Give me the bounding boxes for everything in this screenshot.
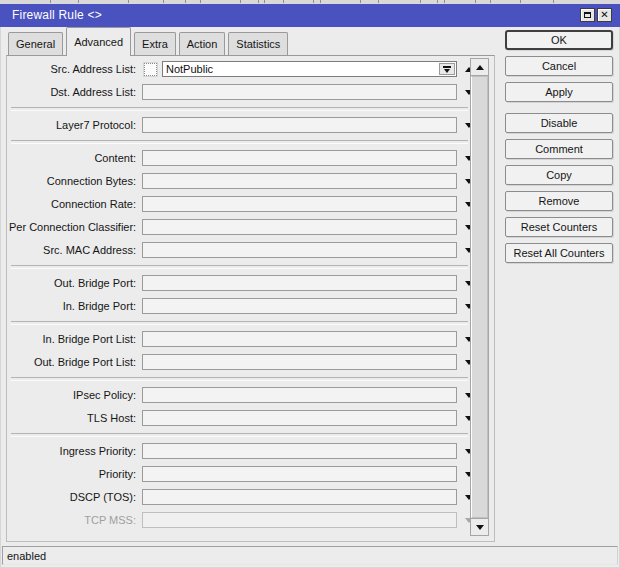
src-address-list-row: Src. Address List:: [9, 61, 494, 77]
content-row: Content:: [9, 150, 494, 166]
in-bridge-port-list-row: In. Bridge Port List:: [9, 331, 494, 347]
tab-bar: GeneralAdvancedExtraActionStatistics: [8, 27, 291, 56]
background-tick: [200, 0, 201, 3]
status-text: enabled: [7, 550, 46, 562]
group-separator: [11, 265, 468, 269]
ipsec-policy-label: IPsec Policy:: [9, 389, 142, 401]
copy-button[interactable]: Copy: [505, 165, 613, 185]
tab-general[interactable]: General: [8, 32, 63, 55]
dst-address-list-label: Dst. Address List:: [9, 86, 142, 98]
out-bridge-port-list-field[interactable]: [142, 354, 457, 370]
ipsec-policy-field[interactable]: [142, 387, 457, 403]
dst-address-list-field[interactable]: [142, 84, 457, 100]
src-address-list-field[interactable]: [162, 61, 457, 77]
in-bridge-port-label: In. Bridge Port:: [9, 300, 142, 312]
down-triangle-icon: [476, 525, 484, 530]
disable-button[interactable]: Disable: [505, 113, 613, 133]
per-connection-classifier-row: Per Connection Classifier:: [9, 219, 494, 235]
comment-button[interactable]: Comment: [505, 139, 613, 159]
src-address-list-input[interactable]: [163, 62, 441, 76]
scrollbar-up-button[interactable]: [471, 59, 488, 76]
vertical-scrollbar[interactable]: [470, 58, 489, 536]
tab-statistics[interactable]: Statistics: [228, 32, 288, 55]
dropdown-overbar-icon: [443, 66, 451, 68]
per-connection-classifier-label: Per Connection Classifier:: [9, 221, 142, 233]
in-bridge-port-field[interactable]: [142, 298, 457, 314]
src-mac-address-row: Src. MAC Address:: [9, 242, 494, 258]
background-tick: [360, 0, 361, 3]
tcp-mss-label: TCP MSS:: [9, 514, 142, 526]
priority-field[interactable]: [142, 466, 457, 482]
scrollbar-thumb[interactable]: [471, 76, 488, 518]
maximize-icon: [584, 12, 591, 18]
out-bridge-port-label: Out. Bridge Port:: [9, 277, 142, 289]
connection-rate-row: Connection Rate:: [9, 196, 494, 212]
group-separator: [11, 433, 468, 437]
background-tick: [520, 0, 521, 3]
firewall-rule-dialog: Firewall Rule <> ✕ GeneralAdvancedExtraA…: [0, 0, 620, 568]
tls-host-label: TLS Host:: [9, 412, 142, 424]
group-separator: [11, 107, 468, 111]
negate-checkbox[interactable]: [144, 63, 157, 76]
close-icon: ✕: [600, 10, 608, 20]
connection-bytes-label: Connection Bytes:: [9, 175, 142, 187]
background-tick: [320, 0, 321, 3]
out-bridge-port-field[interactable]: [142, 275, 457, 291]
src-address-list-label: Src. Address List:: [9, 63, 142, 75]
out-bridge-port-list-row: Out. Bridge Port List:: [9, 354, 494, 370]
background-tick: [264, 0, 265, 3]
priority-label: Priority:: [9, 468, 142, 480]
src-mac-address-field[interactable]: [142, 242, 457, 258]
side-button-column: OKCancelApplyDisableCommentCopyRemoveRes…: [505, 30, 613, 269]
content-label: Content:: [9, 152, 142, 164]
tab-extra[interactable]: Extra: [134, 32, 176, 55]
reset-all-counters-button[interactable]: Reset All Counters: [505, 243, 613, 263]
connection-rate-field[interactable]: [142, 196, 457, 212]
in-bridge-port-row: In. Bridge Port:: [9, 298, 494, 314]
background-tick: [78, 0, 79, 3]
layer7-protocol-row: Layer7 Protocol:: [9, 117, 494, 133]
per-connection-classifier-field[interactable]: [142, 219, 457, 235]
connection-rate-label: Connection Rate:: [9, 198, 142, 210]
ok-button[interactable]: OK: [505, 30, 613, 50]
scrollbar-down-button[interactable]: [471, 518, 488, 535]
ingress-priority-row: Ingress Priority:: [9, 443, 494, 459]
tcp-mss-row: TCP MSS:: [9, 512, 494, 528]
out-bridge-port-list-label: Out. Bridge Port List:: [9, 356, 142, 368]
close-button[interactable]: ✕: [597, 8, 612, 22]
content-field[interactable]: [142, 150, 457, 166]
apply-button[interactable]: Apply: [505, 82, 613, 102]
background-tick: [258, 0, 259, 3]
background-tick: [185, 0, 186, 3]
group-separator: [11, 321, 468, 325]
in-bridge-port-list-field[interactable]: [142, 331, 457, 347]
tls-host-row: TLS Host:: [9, 410, 494, 426]
background-tick: [437, 0, 438, 3]
connection-bytes-field[interactable]: [142, 173, 457, 189]
background-tick: [444, 0, 445, 3]
background-tick: [283, 0, 284, 3]
tls-host-field[interactable]: [142, 410, 457, 426]
dscp-tos-label: DSCP (TOS):: [9, 491, 142, 503]
tab-action[interactable]: Action: [179, 32, 226, 55]
remove-button[interactable]: Remove: [505, 191, 613, 211]
ingress-priority-label: Ingress Priority:: [9, 445, 142, 457]
advanced-tab-panel: Src. Address List:Dst. Address List:Laye…: [6, 55, 495, 542]
background-tick: [163, 0, 164, 3]
dscp-tos-field[interactable]: [142, 489, 457, 505]
in-bridge-port-list-label: In. Bridge Port List:: [9, 333, 142, 345]
reset-counters-button[interactable]: Reset Counters: [505, 217, 613, 237]
ingress-priority-field[interactable]: [142, 443, 457, 459]
src-mac-address-label: Src. MAC Address:: [9, 244, 142, 256]
layer7-protocol-field[interactable]: [142, 117, 457, 133]
group-separator: [11, 377, 468, 381]
titlebar[interactable]: Firewall Rule <> ✕: [0, 4, 620, 27]
status-bar: enabled: [2, 546, 618, 565]
dropdown-list-button[interactable]: [439, 63, 455, 75]
connection-bytes-row: Connection Bytes:: [9, 173, 494, 189]
layer7-protocol-label: Layer7 Protocol:: [9, 119, 142, 131]
cancel-button[interactable]: Cancel: [505, 56, 613, 76]
maximize-button[interactable]: [580, 8, 595, 22]
out-bridge-port-row: Out. Bridge Port:: [9, 275, 494, 291]
tab-advanced[interactable]: Advanced: [66, 27, 131, 56]
